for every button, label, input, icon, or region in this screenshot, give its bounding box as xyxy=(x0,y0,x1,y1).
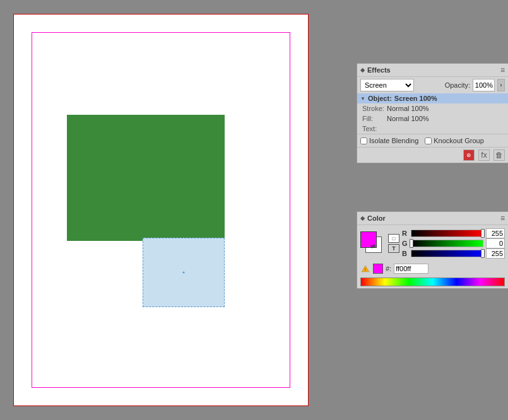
r-value-input[interactable] xyxy=(486,228,505,238)
fill-value: Normal 100% xyxy=(387,115,429,122)
stroke-row: Stroke: Normal 100% xyxy=(357,103,508,114)
link-icon[interactable]: ⊗ xyxy=(463,149,475,161)
r-slider-track[interactable] xyxy=(411,230,483,237)
color-titlebar: ◆ Color ≡ xyxy=(357,212,508,225)
center-dot xyxy=(183,272,185,274)
color-spectrum[interactable] xyxy=(360,277,505,286)
svg-text:!: ! xyxy=(365,267,366,272)
hex-input[interactable] xyxy=(394,264,428,274)
type-indicator[interactable]: T xyxy=(388,244,399,253)
opacity-input[interactable] xyxy=(473,79,495,91)
effects-title: Effects xyxy=(367,66,391,74)
swap-icon: ⇄ xyxy=(370,243,375,249)
hex-swatch[interactable] xyxy=(373,264,383,274)
warning-icon: ! xyxy=(361,265,370,272)
canvas-area xyxy=(0,0,322,420)
color-swatch-stack[interactable]: ⇄ xyxy=(360,231,384,255)
effects-collapse-icon[interactable]: ◆ xyxy=(360,67,365,73)
blend-mode-select[interactable]: Screen xyxy=(360,79,414,91)
fill-row: Fill: Normal 100% xyxy=(357,114,508,124)
knockout-group-checkbox[interactable] xyxy=(425,137,432,144)
blend-mode-row: Screen Opacity: › xyxy=(357,77,508,93)
knockout-group-label[interactable]: Knockout Group xyxy=(425,137,484,144)
page-outer xyxy=(13,14,309,406)
warning-container: ! xyxy=(360,264,370,274)
effects-menu-icon[interactable]: ≡ xyxy=(500,66,505,74)
b-value-input[interactable] xyxy=(486,248,505,259)
r-slider-row: R xyxy=(402,228,505,238)
spectrum-overlay xyxy=(361,278,504,286)
fill-label: Fill: xyxy=(362,115,384,122)
opacity-label: Opacity: xyxy=(445,81,470,89)
opacity-arrow[interactable]: › xyxy=(497,79,505,91)
g-label: G xyxy=(402,240,408,247)
hex-row: ! #: xyxy=(357,262,508,276)
sliders-container: R G B xyxy=(402,228,505,259)
stroke-fill-indicators: □ T xyxy=(388,234,399,253)
b-slider-track[interactable] xyxy=(411,250,483,257)
hex-label: #: xyxy=(386,265,391,272)
effects-title-group: ◆ Effects xyxy=(360,66,391,74)
delete-icon[interactable]: 🗑 xyxy=(493,149,505,161)
fx-label: fx xyxy=(481,151,487,160)
b-slider-thumb[interactable] xyxy=(481,249,485,258)
object-value: Screen 100% xyxy=(394,95,437,102)
stroke-label: Stroke: xyxy=(362,105,384,112)
checkboxes-row: Isolate Blending Knockout Group xyxy=(357,134,508,147)
r-label: R xyxy=(402,230,408,237)
text-row: Text: xyxy=(357,124,508,134)
g-slider-track[interactable] xyxy=(411,240,483,247)
effects-panel: ◆ Effects ≡ Screen Opacity: › ▼ Object: … xyxy=(357,63,508,163)
color-title: Color xyxy=(367,214,386,222)
color-menu-icon[interactable]: ≡ xyxy=(500,214,505,223)
object-collapse-icon: ▼ xyxy=(360,96,365,102)
fx-icon[interactable]: fx xyxy=(478,149,490,161)
isolate-blending-checkbox[interactable] xyxy=(360,137,367,144)
b-label: B xyxy=(402,250,408,257)
green-rectangle[interactable] xyxy=(67,115,225,241)
object-label: Object: xyxy=(368,95,392,102)
isolate-blending-label[interactable]: Isolate Blending xyxy=(360,137,418,144)
stroke-value: Normal 100% xyxy=(387,105,429,112)
g-slider-thumb[interactable] xyxy=(410,239,413,248)
page-inner xyxy=(32,32,290,388)
effects-bottom-icons: ⊗ fx 🗑 xyxy=(357,147,508,163)
text-label: Text: xyxy=(362,125,384,132)
g-slider-row: G xyxy=(402,238,505,248)
object-header[interactable]: ▼ Object: Screen 100% xyxy=(357,93,508,103)
stroke-indicator[interactable]: □ xyxy=(388,234,399,243)
r-slider-thumb[interactable] xyxy=(481,229,485,238)
b-slider-row: B xyxy=(402,248,505,259)
color-panel: ◆ Color ≡ ⇄ □ T R G xyxy=(357,211,508,289)
blue-rectangle[interactable] xyxy=(143,238,225,307)
color-title-group: ◆ Color xyxy=(360,214,386,222)
effects-titlebar: ◆ Effects ≡ xyxy=(357,64,508,77)
color-collapse-icon[interactable]: ◆ xyxy=(360,215,365,221)
g-value-input[interactable] xyxy=(486,238,505,248)
color-swatch-area: ⇄ □ T R G B xyxy=(357,225,508,262)
